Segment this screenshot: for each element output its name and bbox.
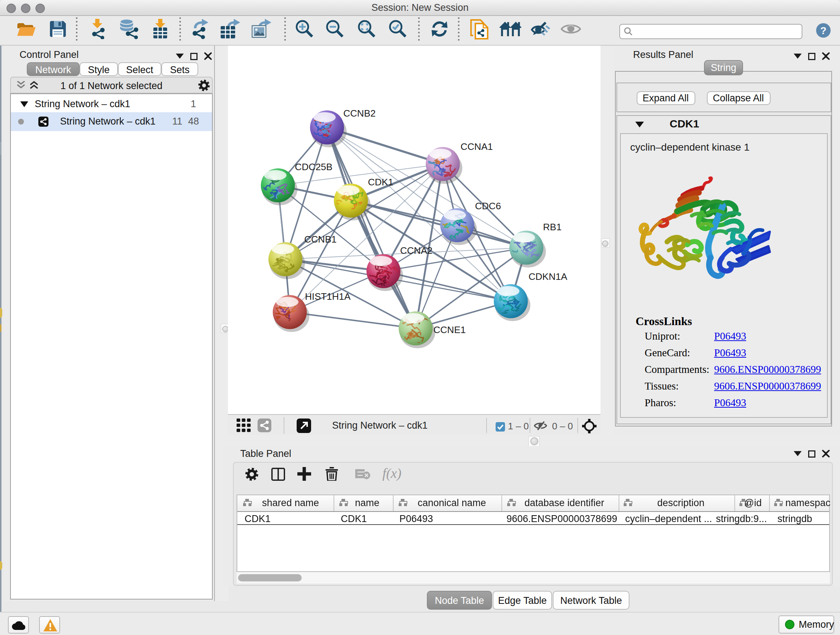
svg-text:CDC6: CDC6 [475, 201, 501, 211]
svg-text:CCNE1: CCNE1 [433, 325, 466, 335]
svg-text:CDK1: CDK1 [368, 177, 393, 187]
svg-text:CDC25B: CDC25B [295, 162, 332, 172]
svg-text:RB1: RB1 [543, 222, 561, 233]
svg-text:CCNB2: CCNB2 [343, 108, 376, 119]
svg-text:CCNA1: CCNA1 [461, 141, 493, 152]
svg-text:HIST1H1A: HIST1H1A [305, 291, 351, 302]
svg-text:CCNA2: CCNA2 [400, 245, 432, 256]
svg-text:CDKN1A: CDKN1A [529, 271, 567, 282]
svg-text:CCNB1: CCNB1 [304, 234, 336, 245]
